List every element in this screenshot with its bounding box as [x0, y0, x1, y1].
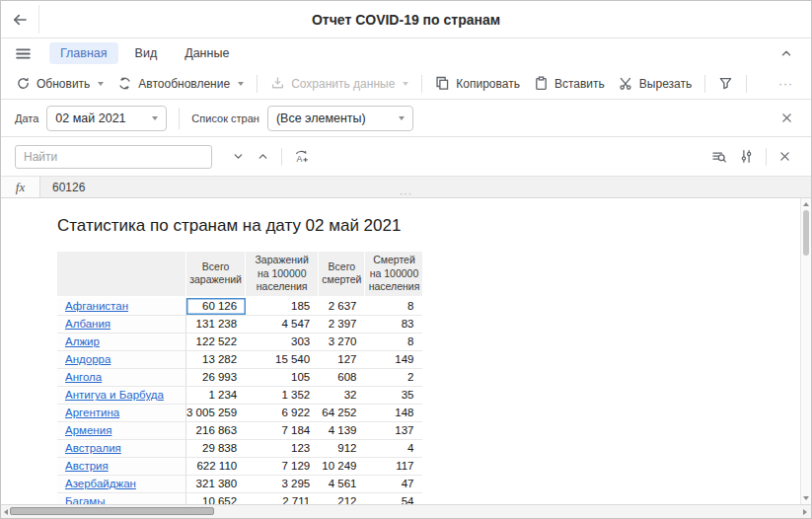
value-cell[interactable]: 10 249 [319, 458, 365, 476]
tab-home[interactable]: Главная [49, 42, 118, 64]
country-link[interactable]: Багамы [65, 495, 105, 504]
value-cell[interactable]: 321 380 [186, 476, 246, 493]
value-cell[interactable]: 29 838 [186, 440, 246, 458]
autorefresh-button[interactable]: Автообновление [111, 72, 251, 95]
value-cell[interactable]: 26 993 [186, 369, 246, 387]
search-next-button[interactable] [226, 146, 251, 167]
svg-text:A: A [296, 154, 302, 164]
autorefresh-icon [117, 76, 132, 91]
country-link[interactable]: Афганистан [65, 300, 128, 312]
search-options-button[interactable] [705, 145, 733, 169]
tab-data[interactable]: Данные [174, 42, 240, 64]
vertical-scrollbar-thumb[interactable] [803, 210, 809, 256]
value-cell[interactable]: 149 [365, 351, 422, 369]
country-link[interactable]: Албания [65, 318, 111, 330]
search-prev-button[interactable] [251, 146, 275, 167]
value-cell[interactable]: 4 139 [319, 422, 365, 440]
value-cell[interactable]: 8 [365, 334, 422, 351]
country-link[interactable]: Антигуа и Барбуда [65, 389, 164, 401]
search-input[interactable] [15, 145, 212, 169]
scroll-right-arrow-icon[interactable] [803, 509, 807, 515]
chevron-down-icon [403, 82, 408, 86]
date-dropdown[interactable]: 02 май 2021 [46, 106, 167, 131]
value-cell[interactable]: 7 184 [246, 422, 319, 440]
value-cell[interactable]: 35 [365, 387, 422, 405]
copy-label: Копировать [456, 77, 520, 91]
value-cell[interactable]: 216 863 [186, 422, 246, 440]
save-data-button[interactable]: Сохранить данные [263, 72, 415, 95]
value-cell[interactable]: 6 922 [246, 405, 319, 422]
country-link[interactable]: Азербайджан [65, 478, 136, 489]
vertical-scrollbar[interactable] [800, 198, 811, 504]
country-link[interactable]: Австрия [65, 460, 109, 472]
value-cell[interactable]: 10 652 [186, 493, 246, 504]
countries-dropdown[interactable]: (Все элементы) [267, 106, 413, 131]
value-cell[interactable]: 4 547 [246, 316, 319, 334]
value-cell[interactable]: 148 [365, 405, 422, 422]
value-cell[interactable]: 3 295 [246, 476, 319, 493]
close-search-button[interactable] [773, 146, 797, 167]
value-cell[interactable]: 47 [365, 476, 422, 493]
replace-button[interactable]: A [288, 145, 315, 168]
copy-button[interactable]: Копировать [428, 72, 527, 95]
value-cell[interactable]: 912 [319, 440, 365, 458]
search-settings-button[interactable] [733, 145, 760, 168]
value-cell[interactable]: 122 522 [186, 334, 246, 351]
value-cell[interactable]: 60 126 [186, 298, 246, 316]
refresh-button[interactable]: Обновить [9, 72, 111, 95]
country-link[interactable]: Австралия [65, 442, 121, 454]
scroll-down-arrow-icon[interactable] [803, 496, 809, 500]
horizontal-scrollbar-thumb[interactable] [10, 507, 214, 515]
value-cell[interactable]: 13 282 [186, 351, 246, 369]
value-cell[interactable]: 131 238 [186, 316, 246, 334]
value-cell[interactable]: 2 637 [319, 298, 365, 316]
country-link[interactable]: Андорра [65, 353, 111, 365]
value-cell[interactable]: 4 561 [319, 476, 365, 493]
value-cell[interactable]: 1 234 [186, 387, 246, 405]
horizontal-scrollbar[interactable] [1, 504, 811, 518]
value-cell[interactable]: 8 [365, 298, 422, 316]
value-cell[interactable]: 83 [365, 316, 422, 334]
value-cell[interactable]: 2 [365, 369, 422, 387]
scroll-up-arrow-icon[interactable] [803, 202, 809, 206]
value-cell[interactable]: 2 397 [319, 316, 365, 334]
value-cell[interactable]: 105 [246, 369, 319, 387]
divider [746, 75, 747, 93]
formula-value[interactable]: 60126 [40, 177, 85, 197]
country-cell: Азербайджан [57, 476, 186, 493]
collapse-ribbon-button[interactable] [779, 46, 793, 60]
scissors-icon [619, 76, 633, 91]
value-cell[interactable]: 3 005 259 [186, 405, 246, 422]
value-cell[interactable]: 622 110 [186, 458, 246, 476]
value-cell[interactable]: 123 [246, 440, 319, 458]
menu-button[interactable] [15, 45, 32, 62]
close-parameters-button[interactable] [776, 108, 797, 128]
scroll-left-arrow-icon[interactable] [4, 509, 8, 515]
value-cell[interactable]: 54 [365, 493, 422, 504]
value-cell[interactable]: 212 [319, 493, 365, 504]
cut-button[interactable]: Вырезать [612, 72, 699, 95]
value-cell[interactable]: 127 [319, 351, 365, 369]
paste-button[interactable]: Вставить [527, 72, 612, 95]
value-cell[interactable]: 4 [365, 440, 422, 458]
country-link[interactable]: Армения [65, 424, 111, 436]
value-cell[interactable]: 32 [319, 387, 365, 405]
value-cell[interactable]: 137 [365, 422, 422, 440]
filter-button[interactable] [711, 72, 740, 95]
toolbar-overflow-button[interactable]: ··· [778, 77, 793, 91]
value-cell[interactable]: 15 540 [246, 351, 319, 369]
back-button[interactable] [1, 1, 38, 37]
value-cell[interactable]: 64 252 [319, 405, 365, 422]
country-link[interactable]: Ангола [65, 371, 102, 383]
value-cell[interactable]: 303 [246, 334, 319, 351]
value-cell[interactable]: 117 [365, 458, 422, 476]
country-link[interactable]: Алжир [65, 335, 100, 347]
value-cell[interactable]: 7 129 [246, 458, 319, 476]
tab-view[interactable]: Вид [124, 42, 169, 64]
value-cell[interactable]: 185 [246, 298, 319, 316]
country-link[interactable]: Аргентина [65, 407, 119, 418]
value-cell[interactable]: 3 270 [319, 334, 365, 351]
value-cell[interactable]: 1 352 [246, 387, 319, 405]
value-cell[interactable]: 608 [319, 369, 365, 387]
value-cell[interactable]: 2 711 [246, 493, 319, 504]
